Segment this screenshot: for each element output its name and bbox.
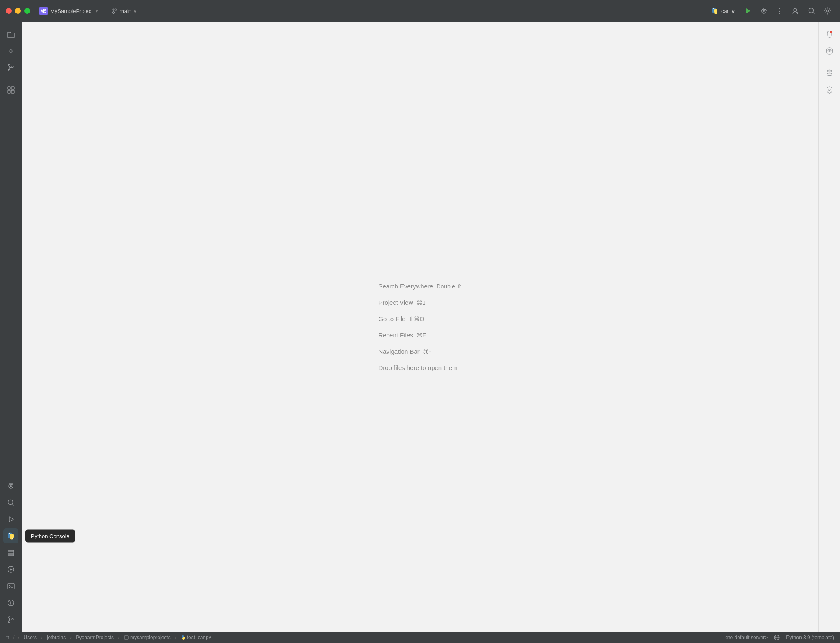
welcome-hints: Search Everywhere Double ⇧ Project View … <box>378 283 461 371</box>
database-icon[interactable] <box>822 66 837 81</box>
folder-small-icon <box>124 635 129 640</box>
branches-icon[interactable] <box>3 60 18 75</box>
svg-point-23 <box>8 64 10 66</box>
statusbar-globe-icon[interactable] <box>773 633 781 642</box>
project-icon: MS <box>39 7 48 15</box>
git-branch-icon <box>112 8 118 14</box>
main-layout: ··· <box>0 22 840 632</box>
python-console-icon[interactable]: Python Console <box>3 528 18 543</box>
svg-marker-38 <box>9 517 13 522</box>
folder-icon[interactable] <box>3 27 18 42</box>
terminal-sidebar-icon[interactable] <box>3 579 18 594</box>
right-sidebar-divider <box>824 62 835 62</box>
git-sidebar-icon[interactable] <box>3 612 18 627</box>
more-tools-icon[interactable]: ··· <box>3 99 18 114</box>
branch-name: main <box>120 8 131 14</box>
interpreter-name: car <box>721 8 729 14</box>
svg-point-43 <box>9 533 10 534</box>
svg-point-13 <box>763 10 765 12</box>
statusbar-interpreter[interactable]: Python 3.9 (template) <box>784 635 836 640</box>
svg-rect-42 <box>10 534 14 538</box>
titlebar: MS MySampleProject ∨ main ∨ car <box>0 0 840 22</box>
interpreter-selector[interactable]: car ∨ <box>708 5 739 16</box>
svg-rect-3 <box>714 9 717 13</box>
svg-point-14 <box>794 8 797 12</box>
settings-button[interactable] <box>821 4 834 18</box>
minimize-button[interactable] <box>15 8 21 14</box>
hint-shortcut: ⌘↑ <box>423 348 432 355</box>
hint-recent-files: Recent Files ⌘E <box>378 332 426 339</box>
maximize-button[interactable] <box>24 8 30 14</box>
shield-icon[interactable] <box>822 82 837 97</box>
svg-point-57 <box>8 621 10 623</box>
run-sidebar-icon[interactable] <box>3 512 18 527</box>
python-file-icon <box>181 635 186 640</box>
hint-shortcut: ⌘E <box>417 332 426 339</box>
services-sidebar-icon[interactable] <box>3 562 18 577</box>
svg-point-20 <box>10 50 12 52</box>
hint-shortcut: ⌘1 <box>417 299 426 306</box>
svg-rect-27 <box>8 87 10 89</box>
project-selector[interactable]: MS MySampleProject ∨ <box>36 5 102 17</box>
svg-point-61 <box>829 50 830 52</box>
search-everywhere-button[interactable] <box>805 4 818 18</box>
hint-text: Search Everywhere <box>378 283 433 290</box>
statusbar-root[interactable]: □ <box>4 635 10 640</box>
python-console-tooltip: Python Console <box>25 530 75 543</box>
find-sidebar-icon[interactable] <box>3 495 18 510</box>
layers-sidebar-icon[interactable] <box>3 545 18 560</box>
close-button[interactable] <box>6 8 12 14</box>
problems-sidebar-icon[interactable] <box>3 595 18 610</box>
statusbar: □ / › Users › jetbrains › PycharmProject… <box>0 632 840 643</box>
svg-point-55 <box>10 605 11 605</box>
project-chevron-icon: ∨ <box>95 9 98 13</box>
hint-search-everywhere: Search Everywhere Double ⇧ <box>378 283 461 290</box>
more-button[interactable]: ⋮ <box>773 4 786 18</box>
statusbar-file[interactable]: test_car.py <box>179 635 213 640</box>
statusbar-jetbrains[interactable]: jetbrains <box>45 635 67 640</box>
svg-line-37 <box>12 504 14 505</box>
statusbar-breadcrumb: □ / › Users › jetbrains › PycharmProject… <box>4 635 213 640</box>
hint-shortcut: ⇧⌘O <box>409 316 424 322</box>
interpreter-chevron-icon: ∨ <box>731 8 735 14</box>
plugins-icon[interactable] <box>3 82 18 97</box>
add-account-button[interactable] <box>789 4 802 18</box>
svg-rect-29 <box>8 90 10 93</box>
hint-text: Recent Files <box>378 332 413 339</box>
statusbar-projects[interactable]: PycharmProjects <box>74 635 115 640</box>
commit-icon[interactable] <box>3 43 18 59</box>
debug-button[interactable] <box>757 4 771 18</box>
hint-project-view: Project View ⌘1 <box>378 299 425 306</box>
ai-assistant-icon[interactable] <box>822 43 837 59</box>
project-name: MySampleProject <box>50 8 93 14</box>
left-sidebar: ··· <box>0 22 22 632</box>
branch-chevron-icon: ∨ <box>133 9 136 13</box>
hint-text: Go to File <box>378 315 405 322</box>
svg-point-24 <box>8 69 10 71</box>
svg-marker-50 <box>10 568 13 571</box>
svg-point-60 <box>830 31 832 33</box>
statusbar-server[interactable]: <no default server> <box>723 635 769 640</box>
statusbar-mysampleprojects[interactable]: mysampleprojects <box>122 635 172 640</box>
traffic-lights <box>6 8 30 14</box>
svg-point-4 <box>713 8 714 9</box>
hint-drop-files: Drop files here to open them <box>378 364 457 371</box>
svg-point-35 <box>10 485 12 487</box>
svg-point-19 <box>827 10 829 12</box>
run-button[interactable] <box>741 4 755 18</box>
hint-text: Navigation Bar <box>378 348 419 355</box>
statusbar-right: <no default server> Python 3.9 (template… <box>723 633 836 643</box>
hint-text: Drop files here to open them <box>378 364 457 371</box>
hint-text: Project View <box>378 299 413 306</box>
svg-rect-51 <box>8 583 14 589</box>
statusbar-users[interactable]: Users <box>22 635 38 640</box>
svg-marker-6 <box>746 8 750 13</box>
editor-area: Search Everywhere Double ⇧ Project View … <box>22 22 818 632</box>
branch-selector[interactable]: main ∨ <box>108 6 140 16</box>
svg-rect-63 <box>124 636 128 639</box>
sidebar-divider-1 <box>5 79 17 79</box>
debug-sidebar-icon[interactable] <box>3 478 18 493</box>
svg-rect-67 <box>183 637 185 638</box>
notifications-icon[interactable] <box>822 27 837 42</box>
svg-point-58 <box>12 618 13 620</box>
